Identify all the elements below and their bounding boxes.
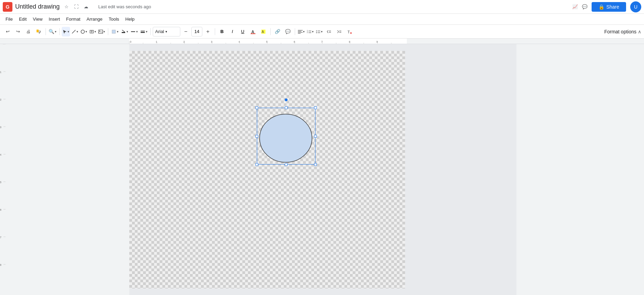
svg-text:1: 1 (0, 71, 1, 73)
handle-top-right[interactable] (314, 106, 317, 109)
collapse-button[interactable]: ∧ (638, 29, 641, 34)
font-name-label: Arial (155, 29, 164, 34)
border-weight-button[interactable]: ▾ (139, 27, 148, 36)
svg-point-28 (316, 32, 317, 33)
redo-button[interactable]: ↪ (13, 27, 23, 36)
handle-middle-right[interactable] (314, 135, 317, 138)
save-status: Last edit was seconds ago (98, 4, 151, 9)
main-area: 1 2 3 4 5 6 7 8 (0, 44, 644, 295)
separator-3 (108, 28, 108, 35)
share-button[interactable]: 🔒 Share (592, 2, 626, 12)
app-icon: G (3, 2, 12, 12)
horizontal-ruler: 0 1 2 3 4 5 6 7 8 9 (0, 39, 644, 44)
svg-text:5: 5 (0, 181, 1, 183)
menu-edit[interactable]: Edit (16, 15, 29, 23)
menu-bar: File Edit View Insert Format Arrange Too… (0, 14, 644, 25)
text-color-button[interactable]: A (248, 27, 258, 36)
svg-point-3 (81, 30, 84, 33)
font-size-input[interactable] (191, 27, 202, 36)
move-to-folder-button[interactable]: ⛶ (72, 3, 80, 11)
comment-button[interactable]: 💬 (283, 27, 293, 36)
svg-rect-0 (37, 30, 39, 32)
title-right-actions: 📈 💬 🔒 Share U (572, 1, 641, 12)
separator-1 (46, 28, 46, 35)
handle-top-center[interactable] (285, 106, 288, 109)
svg-text:6: 6 (294, 41, 295, 43)
bold-button[interactable]: B (217, 27, 227, 36)
text-align-button[interactable]: ▾ (297, 27, 305, 36)
menu-help[interactable]: Help (123, 15, 138, 23)
svg-text:9: 9 (376, 41, 378, 43)
image-tool[interactable]: ▾ (98, 27, 106, 36)
bulleted-list-button[interactable]: ▾ (315, 27, 323, 36)
circle-shape[interactable] (259, 113, 313, 163)
format-options-label[interactable]: Format options (604, 29, 636, 34)
zoom-icon: 🔍 (49, 29, 54, 34)
user-avatar[interactable]: U (630, 1, 641, 12)
document-title[interactable]: Untitled drawing (15, 3, 60, 10)
fill-color-button[interactable]: ▾ (110, 27, 119, 36)
handle-bottom-right[interactable] (314, 163, 317, 166)
link-button[interactable]: 🔗 (273, 27, 282, 36)
select-tool[interactable]: ▾ (62, 27, 70, 36)
svg-text:1: 1 (156, 41, 157, 43)
menu-view[interactable]: View (30, 15, 45, 23)
shape-tool[interactable]: ▾ (80, 27, 88, 36)
underline-button[interactable]: U (238, 27, 248, 36)
textbox-tool[interactable]: ▾ (89, 27, 97, 36)
italic-button[interactable]: I (228, 27, 237, 36)
svg-point-26 (316, 30, 317, 31)
chat-icon[interactable]: 💬 (582, 4, 587, 9)
indent-increase-button[interactable] (334, 27, 344, 36)
font-family-selector[interactable]: Arial ▾ (153, 27, 180, 36)
font-size-controls: − + (181, 27, 213, 36)
border-color-button[interactable]: ▾ (120, 27, 129, 36)
svg-text:A: A (262, 30, 264, 34)
menu-file[interactable]: File (3, 15, 16, 23)
font-size-decrease-button[interactable]: − (181, 27, 191, 36)
canvas-container[interactable] (129, 44, 516, 295)
paint-format-button[interactable] (34, 27, 43, 36)
drawing-canvas[interactable] (129, 51, 405, 288)
svg-text:7: 7 (0, 236, 1, 239)
handle-bottom-center[interactable] (285, 163, 288, 166)
line-tool[interactable]: ▾ (71, 27, 79, 36)
indent-decrease-button[interactable] (324, 27, 334, 36)
cloud-status-button[interactable]: ☁ (82, 3, 90, 11)
trend-icon[interactable]: 📈 (572, 4, 578, 9)
handle-bottom-left[interactable] (255, 163, 258, 166)
border-dash-button[interactable]: ▾ (130, 27, 139, 36)
svg-text:2: 2 (0, 98, 1, 101)
svg-text:5: 5 (266, 41, 268, 43)
handle-rotate[interactable] (285, 98, 288, 101)
font-size-increase-button[interactable]: + (203, 27, 213, 36)
handle-middle-left[interactable] (255, 135, 258, 138)
highlight-button[interactable]: A (259, 27, 268, 36)
format-options-area: Format options ∧ (604, 29, 641, 34)
menu-tools[interactable]: Tools (106, 15, 122, 23)
clear-format-button[interactable]: T (345, 27, 354, 36)
svg-text:T: T (348, 30, 350, 34)
svg-text:0: 0 (130, 41, 131, 43)
separator-2 (59, 28, 60, 35)
right-panel (516, 44, 644, 295)
svg-rect-39 (407, 39, 644, 44)
lock-icon: 🔒 (598, 4, 604, 10)
menu-arrange[interactable]: Arrange (84, 15, 105, 23)
svg-rect-38 (129, 39, 407, 44)
undo-button[interactable]: ↩ (3, 27, 12, 36)
separator-4 (150, 28, 151, 35)
menu-insert[interactable]: Insert (46, 15, 63, 23)
print-button[interactable]: 🖨 (23, 27, 33, 36)
zoom-control[interactable]: 🔍 ▾ (48, 27, 57, 36)
numbered-list-button[interactable]: 1.2. ▾ (306, 27, 314, 36)
handle-top-left[interactable] (255, 106, 258, 109)
svg-rect-15 (251, 33, 255, 34)
vertical-ruler: 1 2 3 4 5 6 7 8 (0, 44, 6, 295)
svg-rect-37 (0, 39, 129, 44)
selected-shape-container[interactable] (257, 108, 315, 165)
menu-format[interactable]: Format (63, 15, 83, 23)
share-label: Share (606, 4, 619, 10)
star-button[interactable]: ☆ (62, 3, 71, 11)
svg-text:2.: 2. (307, 31, 308, 33)
